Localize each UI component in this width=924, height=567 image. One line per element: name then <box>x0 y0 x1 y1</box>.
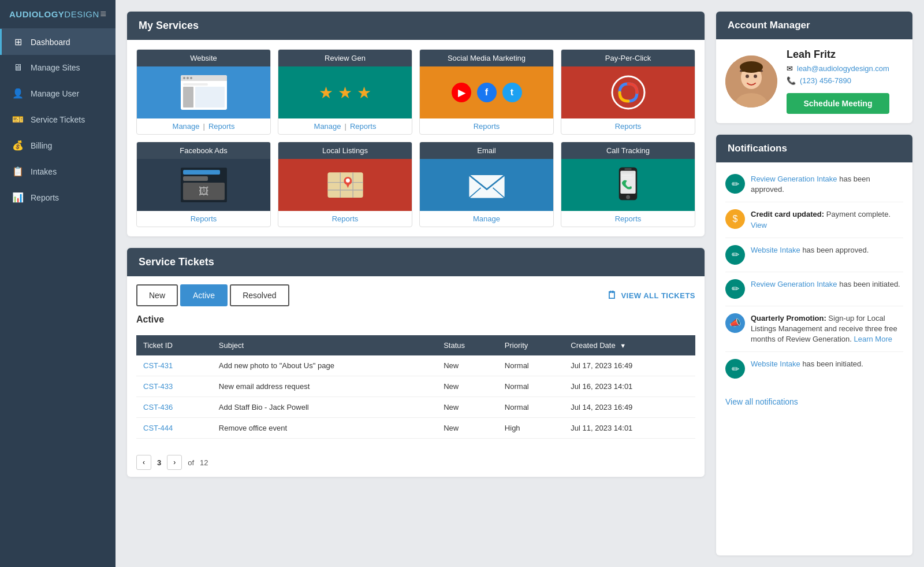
sidebar-item-manage-sites[interactable]: 🖥 Manage Sites <box>0 55 116 80</box>
ticket-created-cell: Jul 14, 2023 16:49 <box>564 397 695 418</box>
notification-link[interactable]: Learn More <box>854 335 892 343</box>
ticket-status-cell: New <box>437 376 498 397</box>
ppc-tile-image <box>561 66 695 118</box>
dashboard-icon: ⊞ <box>12 36 24 47</box>
review-gen-manage-link[interactable]: Manage <box>314 122 341 131</box>
ticket-created-cell: Jul 17, 2023 16:49 <box>564 355 695 376</box>
notification-link[interactable]: Review Generation Intake <box>751 175 837 183</box>
notification-link[interactable]: Website Intake <box>751 246 800 254</box>
fbads-tile-header: Facebook Ads <box>137 142 270 159</box>
main-content: My Services Website <box>116 0 924 567</box>
prev-page-button[interactable]: ‹ <box>136 455 151 470</box>
service-tickets-header: Service Tickets <box>127 248 705 276</box>
ticket-id-link[interactable]: CST-433 <box>143 382 173 391</box>
sidebar-item-label: Reports <box>31 193 59 202</box>
tab-resolved[interactable]: Resolved <box>230 284 289 306</box>
service-tile-call: Call Tracking <box>561 142 695 227</box>
account-manager-phone-row: 📞 (123) 456-7890 <box>787 76 889 85</box>
listings-reports-link[interactable]: Reports <box>332 214 359 223</box>
account-manager-title: Account Manager <box>728 20 810 31</box>
view-all-notifications: View all notifications <box>716 390 912 413</box>
email-tile-header: Email <box>420 142 553 159</box>
notifications-title: Notifications <box>728 143 787 154</box>
sidebar-item-billing[interactable]: 💰 Billing <box>0 132 116 158</box>
website-manage-link[interactable]: Manage <box>173 122 200 131</box>
tickets-table-wrap: Active Ticket ID Subject Status Priority… <box>127 314 705 448</box>
ppc-tile-links: Reports <box>561 118 695 134</box>
table-row: CST-431 Add new photo to "About Us" page… <box>136 355 695 376</box>
call-reports-link[interactable]: Reports <box>615 214 642 223</box>
svg-rect-1 <box>327 172 363 198</box>
col-priority: Priority <box>498 335 564 355</box>
phone-icon: 📞 <box>787 76 796 85</box>
notification-item: ✏ Website Intake has been approved. <box>725 238 903 272</box>
table-header-row: Ticket ID Subject Status Priority Create… <box>136 335 695 355</box>
ticket-subject-cell: Add new photo to "About Us" page <box>212 355 437 376</box>
monitor-icon: 🖥 <box>12 62 24 73</box>
sidebar-menu-icon[interactable]: ≡ <box>100 8 106 20</box>
sidebar-item-reports[interactable]: 📊 Reports <box>0 184 116 210</box>
account-manager-phone[interactable]: (123) 456-7890 <box>800 76 851 85</box>
notification-text: Review Generation Intake has been approv… <box>751 174 903 195</box>
ticket-subject-cell: New email address request <box>212 376 437 397</box>
call-tile-links: Reports <box>561 211 695 227</box>
logo-accent: DESIGN <box>64 9 99 19</box>
svg-point-8 <box>345 179 349 183</box>
notification-link[interactable]: Website Intake <box>751 360 800 368</box>
fbads-reports-link[interactable]: Reports <box>191 214 217 223</box>
ppc-reports-link[interactable]: Reports <box>615 122 642 131</box>
ticket-subject-cell: Add Staff Bio - Jack Powell <box>212 397 437 418</box>
account-manager-name: Leah Fritz <box>787 49 889 61</box>
notification-link[interactable]: Review Generation Intake <box>751 280 837 288</box>
services-grid: Website <box>136 49 695 227</box>
right-column: Account Manager Leah Fr <box>716 12 912 555</box>
account-manager-body: Leah Fritz ✉ leah@audiologydesign.com 📞 … <box>716 39 912 123</box>
sidebar-item-service-tickets[interactable]: 🎫 Service Tickets <box>0 106 116 132</box>
sidebar-item-dashboard[interactable]: ⊞ Dashboard <box>0 29 116 55</box>
website-reports-link[interactable]: Reports <box>208 122 235 131</box>
image-placeholder-icon: 🖼 <box>199 186 209 198</box>
sidebar-item-label: Dashboard <box>31 38 70 47</box>
website-tile-links: Manage | Reports <box>137 118 270 134</box>
schedule-meeting-button[interactable]: Schedule Meeting <box>787 93 889 114</box>
tab-new[interactable]: New <box>136 284 178 306</box>
sidebar-item-intakes[interactable]: 📋 Intakes <box>0 158 116 184</box>
service-tile-review-gen: Review Gen ★ ★ ★ Manage | Reports <box>278 49 412 135</box>
account-manager-photo <box>725 55 777 108</box>
review-gen-reports-link[interactable]: Reports <box>350 122 377 131</box>
view-all-notifications-link[interactable]: View all notifications <box>725 397 798 406</box>
social-reports-link[interactable]: Reports <box>474 122 500 131</box>
phone-icon <box>612 165 644 205</box>
notification-item: 📣 Quarterly Promotion: Sign-up for Local… <box>725 306 903 353</box>
ticket-status-cell: New <box>437 355 498 376</box>
notification-icon: ✏ <box>725 245 745 265</box>
notification-text: Review Generation Intake has been initia… <box>751 279 900 290</box>
account-manager-email-row: ✉ leah@audiologydesign.com <box>787 64 889 73</box>
notification-link[interactable]: View <box>751 221 767 229</box>
ticket-id-link[interactable]: CST-431 <box>143 361 173 370</box>
listings-tile-header: Local Listings <box>278 142 412 159</box>
sidebar: AUDIOLOGYDESIGN ≡ ⊞ Dashboard 🖥 Manage S… <box>0 0 116 567</box>
col-created-date[interactable]: Created Date ▼ <box>564 335 695 355</box>
sidebar-item-label: Billing <box>31 141 52 150</box>
facebook-icon: f <box>477 83 497 102</box>
ticket-id-link[interactable]: CST-436 <box>143 403 173 412</box>
svg-rect-18 <box>621 177 633 179</box>
fbads-tile-image: 🖼 <box>137 159 270 211</box>
listings-tile-links: Reports <box>278 211 412 227</box>
email-manage-link[interactable]: Manage <box>473 214 500 223</box>
star-icon-2: ★ <box>338 83 352 102</box>
notifications-list: ✏ Review Generation Intake has been appr… <box>716 162 912 390</box>
ticket-id-link[interactable]: CST-444 <box>143 424 173 432</box>
account-manager-email[interactable]: leah@audiologydesign.com <box>797 64 889 73</box>
tab-active[interactable]: Active <box>180 284 228 306</box>
social-tile-links: Reports <box>420 118 553 134</box>
sidebar-item-manage-user[interactable]: 👤 Manage User <box>0 80 116 106</box>
center-column: My Services Website <box>127 12 705 555</box>
my-services-body: Website <box>127 40 705 236</box>
user-icon: 👤 <box>12 88 24 99</box>
view-all-tickets-link[interactable]: 🗒 VIEW ALL TICKETS <box>607 290 695 302</box>
my-services-title: My Services <box>139 20 199 31</box>
next-page-button[interactable]: › <box>167 455 182 470</box>
social-tile-image: ▶ f t <box>420 66 553 118</box>
